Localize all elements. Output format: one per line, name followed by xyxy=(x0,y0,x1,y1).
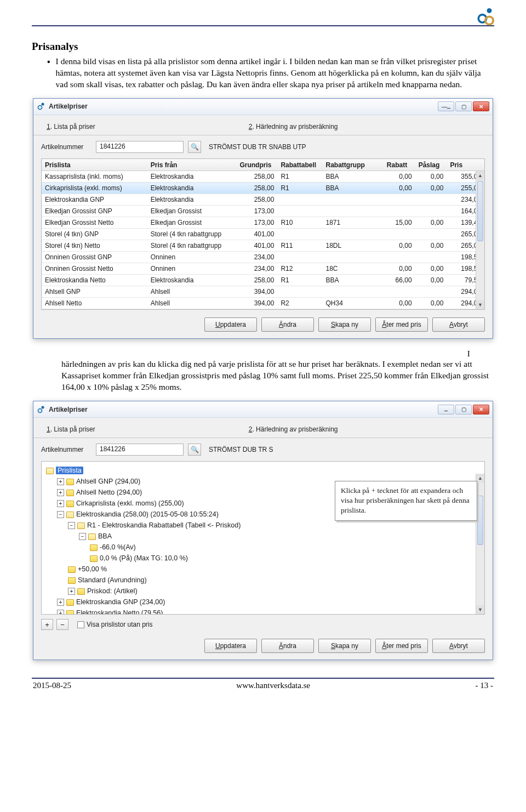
col-header[interactable]: Prislista xyxy=(42,159,147,171)
tree-root[interactable]: Prislista xyxy=(46,465,480,476)
folder-icon xyxy=(66,610,74,615)
scroll-thumb[interactable] xyxy=(477,496,483,545)
tab-lista-pa-priser[interactable]: 1. Lista på priser xyxy=(41,120,101,135)
close-button[interactable]: ✕ xyxy=(473,101,489,111)
avbryt-button[interactable]: Avbryt xyxy=(432,317,485,332)
table-row[interactable]: Kassaprislista (inkl. moms)Elektroskandi… xyxy=(42,171,484,183)
magnifier-icon: 🔍 xyxy=(191,143,199,151)
ater-med-pris-button[interactable]: Åter med pris xyxy=(375,317,428,332)
tree-node[interactable]: +Elektroskandia GNP (234,00) xyxy=(57,597,480,607)
expand-icon[interactable]: + xyxy=(57,599,64,606)
svg-point-0 xyxy=(487,8,492,13)
uppdatera-button[interactable]: Uppdatera xyxy=(204,317,257,332)
tab-lista-pa-priser[interactable]: 1. Lista på priser xyxy=(41,422,101,438)
callout-tooltip: Klicka på + tecknet för att expandera oc… xyxy=(335,481,477,521)
skapa-ny-button[interactable]: Skapa ny xyxy=(318,317,371,332)
folder-icon xyxy=(66,599,74,606)
table-row[interactable]: Elkedjan Grossist GNPElkedjan Grossist17… xyxy=(42,206,484,217)
folder-icon xyxy=(66,501,74,507)
close-button[interactable]: ✕ xyxy=(473,405,489,414)
artikelnummer-input[interactable]: 1841226 xyxy=(96,444,184,456)
search-button[interactable]: 🔍 xyxy=(188,141,201,153)
collapse-icon[interactable]: − xyxy=(57,511,64,518)
col-header[interactable]: Rabatt xyxy=(384,159,415,171)
svg-point-6 xyxy=(38,408,42,412)
tree-node[interactable]: +Priskod: (Artikel) xyxy=(68,586,480,597)
table-row[interactable]: Ahlsell NettoAhlsell394,00R2QH340,000,00… xyxy=(42,298,484,309)
uppdatera-button[interactable]: Uppdatera xyxy=(204,639,257,653)
expand-icon[interactable]: + xyxy=(57,610,64,615)
ater-med-pris-button[interactable]: Åter med pris xyxy=(375,639,428,653)
table-row[interactable]: Elkedjan Grossist NettoElkedjan Grossist… xyxy=(42,217,484,229)
col-header[interactable]: Påslag xyxy=(415,159,447,171)
window-title: Artikelpriser xyxy=(49,103,438,110)
andra-button[interactable]: Ändra xyxy=(261,639,314,653)
tree-node[interactable]: +Elektroskandia Netto (79,56) xyxy=(57,607,480,615)
col-header[interactable]: Rabattabell xyxy=(277,159,322,171)
collapse-all-button[interactable]: − xyxy=(56,619,68,630)
table-row[interactable]: Ahlsell GNPAhlsell394,00294,00 xyxy=(42,286,484,298)
tree-node[interactable]: −BBA-66,0 %(Av)0,0 % (På) (Max TG: 10,0 … xyxy=(79,531,480,564)
tree-leaf[interactable]: -66,0 %(Av) xyxy=(90,542,480,553)
collapse-icon[interactable]: − xyxy=(68,522,75,529)
table-row[interactable]: Cirkaprislista (exkl. moms)Elektroskandi… xyxy=(42,183,484,194)
artikelnummer-input[interactable]: 1841226 xyxy=(96,141,184,153)
minimize-button[interactable]: —ــ xyxy=(438,101,454,111)
maximize-button[interactable]: ▢ xyxy=(455,101,472,111)
avbryt-button[interactable]: Avbryt xyxy=(432,639,485,653)
intro-paragraph: I denna bild visas en lista på alla pris… xyxy=(56,56,494,90)
visa-utan-pris-checkbox[interactable]: Visa prislistor utan pris xyxy=(77,621,153,628)
table-row[interactable]: Onninen Grossist GNPOnninen234,00198,50 xyxy=(42,252,484,263)
collapse-icon[interactable]: − xyxy=(79,533,86,540)
col-header[interactable]: Pris xyxy=(447,159,484,171)
artikelnummer-label: Artikelnummer xyxy=(41,446,92,453)
minimize-button[interactable]: ــ xyxy=(438,405,454,414)
folder-icon xyxy=(77,523,85,529)
footer-page: - 13 - xyxy=(475,681,493,690)
table-row[interactable]: Elektroskandia NettoElektroskandia258,00… xyxy=(42,275,484,286)
folder-icon xyxy=(66,490,74,496)
expand-icon[interactable]: + xyxy=(57,478,64,485)
app-icon xyxy=(37,102,45,111)
col-header[interactable]: Pris från xyxy=(147,159,237,171)
tree-leaf[interactable]: 0,0 % (På) (Max TG: 10,0 %) xyxy=(90,553,480,564)
scroll-down-button[interactable]: ▼ xyxy=(476,605,484,614)
expand-icon[interactable]: + xyxy=(57,500,64,507)
prislista-table[interactable]: PrislistaPris frånGrundprisRabattabellRa… xyxy=(42,159,484,310)
scroll-up-button[interactable]: ▲ xyxy=(476,171,484,180)
table-row[interactable]: Elektroskandia GNPElektroskandia258,0023… xyxy=(42,194,484,206)
svg-point-3 xyxy=(42,103,44,106)
scroll-thumb[interactable] xyxy=(477,181,483,241)
brand-logo xyxy=(474,8,494,29)
expand-icon[interactable]: + xyxy=(68,588,75,595)
maximize-button[interactable]: ▢ xyxy=(455,405,472,414)
folder-icon xyxy=(66,479,74,485)
artikelnummer-label: Artikelnummer xyxy=(41,143,92,151)
andra-button[interactable]: Ändra xyxy=(261,317,314,332)
artikelpriser-window-tree: Artikelpriser ــ ▢ ✕ 1. Lista på priser … xyxy=(33,401,493,660)
table-row[interactable]: Onninen Grossist NettoOnninen234,00R1218… xyxy=(42,263,484,275)
col-header[interactable]: Grundpris xyxy=(236,159,277,171)
expand-all-button[interactable]: + xyxy=(41,619,53,630)
expand-icon[interactable]: + xyxy=(57,489,64,496)
window-title: Artikelpriser xyxy=(49,406,438,413)
tree-node[interactable]: −Elektroskandia (258,00) (2015-05-08 10:… xyxy=(57,509,480,597)
folder-icon xyxy=(77,588,85,595)
tab-harledning[interactable]: 2. Härledning av prisberäkning xyxy=(243,120,344,135)
checkbox-box[interactable] xyxy=(77,621,84,628)
search-button[interactable]: 🔍 xyxy=(188,444,201,456)
table-row[interactable]: Storel (4 tkn) NettoStorel (4 tkn rabatt… xyxy=(42,240,484,252)
skapa-ny-button[interactable]: Skapa ny xyxy=(318,639,371,653)
footer-url: www.hantverksdata.se xyxy=(236,681,310,690)
col-header[interactable]: Rabattgrupp xyxy=(322,159,383,171)
table-row[interactable]: Storel (4 tkn) GNPStorel (4 tkn rabattgr… xyxy=(42,229,484,240)
tab-harledning[interactable]: 2. Härledning av prisberäkning xyxy=(243,422,344,438)
tree-node[interactable]: +50,00 % xyxy=(68,564,480,575)
tree-node[interactable]: Standard (Avrundning) xyxy=(68,575,480,586)
tree-node[interactable]: −R1 - Elektroskandia Rabattabell (Tabell… xyxy=(68,520,480,564)
window-titlebar: Artikelpriser ــ ▢ ✕ xyxy=(33,401,493,418)
scroll-down-button[interactable]: ▼ xyxy=(476,300,484,309)
table-scrollbar[interactable]: ▲ ▼ xyxy=(476,171,484,310)
scroll-up-button[interactable]: ▲ xyxy=(476,474,484,482)
artikel-description: STRÖMST DUB TR SNABB UTP xyxy=(209,143,306,151)
